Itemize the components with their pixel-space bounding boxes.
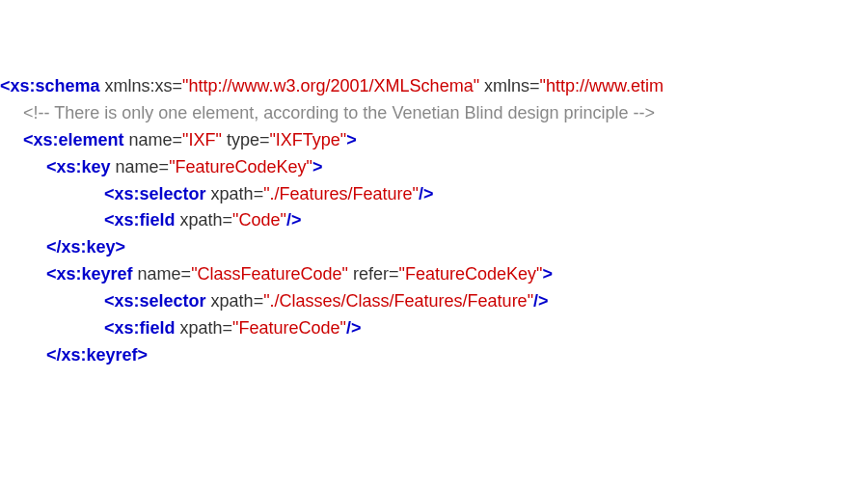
attr-value: "FeatureCodeKey"	[399, 264, 543, 284]
tag-close-punct: />	[533, 291, 549, 311]
attr-name: type	[222, 130, 259, 149]
code-line: </xs:keyref>	[0, 342, 868, 369]
code-line: <xs:key name="FeatureCodeKey">	[0, 154, 868, 181]
tag-open-punct: </	[46, 237, 62, 257]
tag-close-punct: >	[116, 237, 126, 257]
attr-eq: =	[254, 291, 264, 311]
tag-open-punct: <	[104, 291, 115, 311]
attr-eq: =	[223, 210, 233, 230]
attr-eq: =	[389, 264, 399, 284]
attr-value: "http://www.etim	[540, 76, 664, 95]
xml-comment: <!-- There is only one element, accordin…	[23, 103, 655, 122]
tag-open-punct: <	[46, 157, 57, 176]
attr-value: "./Features/Feature"	[263, 184, 419, 203]
tag-close-punct: >	[346, 130, 357, 149]
tag-close-punct: />	[419, 184, 434, 203]
attr-value: "./Classes/Class/Features/Feature"	[263, 291, 533, 311]
tag-open-punct: <	[46, 264, 57, 284]
tag-close-punct: />	[346, 318, 362, 338]
attr-name: xpath	[206, 184, 254, 203]
attr-eq: =	[173, 130, 183, 149]
attr-eq: =	[159, 157, 170, 176]
attr-eq: =	[173, 76, 183, 95]
attr-name: xpath	[176, 318, 223, 338]
code-line: <xs:field xpath="Code"/>	[0, 207, 868, 234]
tag-name: xs:schema	[11, 76, 100, 95]
tag-close-punct: >	[312, 157, 323, 176]
tag-name: xs:selector	[115, 291, 206, 311]
attr-name: name	[124, 130, 173, 149]
attr-name: name	[111, 157, 159, 176]
attr-eq: =	[254, 184, 264, 203]
tag-open-punct: <	[104, 210, 115, 230]
attr-value: "http://www.w3.org/2001/XMLSchema"	[182, 76, 479, 95]
tag-name: xs:key	[57, 157, 111, 176]
code-line: <xs:schema xmlns:xs="http://www.w3.org/2…	[0, 73, 868, 100]
attr-name: name	[133, 264, 181, 284]
attr-value: "Code"	[232, 210, 286, 230]
code-line: <xs:selector xpath="./Features/Feature"/…	[0, 181, 868, 208]
attr-eq: =	[529, 76, 540, 95]
attr-eq: =	[223, 318, 233, 338]
tag-open-punct: <	[23, 130, 34, 149]
tag-name: xs:keyref	[57, 264, 133, 284]
attr-name: xpath	[176, 210, 223, 230]
attr-value: "IXFType"	[269, 130, 346, 149]
tag-open-punct: <	[0, 76, 11, 95]
code-line: <xs:field xpath="FeatureCode"/>	[0, 315, 868, 342]
tag-close-punct: >	[542, 264, 553, 284]
xml-code-block: <xs:schema xmlns:xs="http://www.w3.org/2…	[0, 0, 868, 369]
attr-eq: =	[259, 130, 270, 149]
attr-value: "FeatureCode"	[232, 318, 346, 338]
attr-name: xpath	[206, 291, 254, 311]
tag-name: xs:element	[34, 130, 124, 149]
tag-close-punct: >	[138, 345, 149, 365]
attr-name: xmlns	[479, 76, 529, 95]
code-line: </xs:key>	[0, 234, 868, 261]
tag-open-punct: </	[46, 345, 62, 365]
tag-name: xs:selector	[115, 184, 206, 203]
tag-open-punct: <	[104, 184, 115, 203]
attr-name: refer	[348, 264, 389, 284]
tag-name: xs:key	[62, 237, 116, 257]
code-line: <xs:selector xpath="./Classes/Class/Feat…	[0, 288, 868, 315]
tag-name: xs:keyref	[62, 345, 138, 365]
tag-open-punct: <	[104, 318, 115, 338]
tag-name: xs:field	[115, 318, 176, 338]
attr-value: "FeatureCodeKey"	[169, 157, 312, 176]
code-line: <!-- There is only one element, accordin…	[0, 100, 868, 127]
tag-name: xs:field	[115, 210, 176, 230]
code-line: <xs:keyref name="ClassFeatureCode" refer…	[0, 261, 868, 288]
attr-value: "IXF"	[182, 130, 222, 149]
attr-eq: =	[181, 264, 192, 284]
attr-name: xmlns:xs	[100, 76, 173, 95]
tag-close-punct: />	[286, 210, 302, 230]
code-line: <xs:element name="IXF" type="IXFType">	[0, 127, 868, 154]
attr-value: "ClassFeatureCode"	[191, 264, 348, 284]
